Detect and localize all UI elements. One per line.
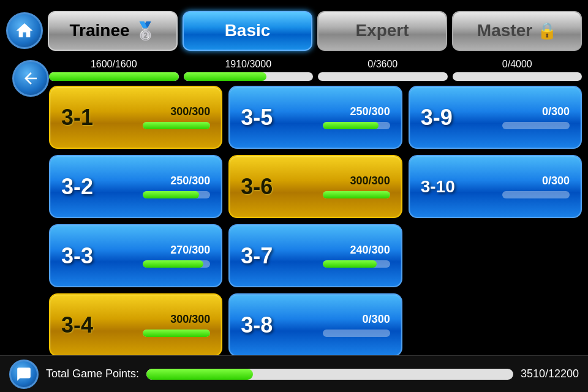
- level-label-3-7: 3-7: [241, 243, 290, 269]
- home-icon: [15, 21, 34, 40]
- score-3-8: 0/300: [363, 313, 390, 326]
- progress-master: 0/4000: [453, 59, 582, 81]
- bar-bg-3-8: [323, 330, 390, 337]
- card-right-3-4: 300/300: [143, 313, 210, 337]
- level-card-3-9[interactable]: 3-9 0/300: [409, 86, 582, 149]
- trainee-label: Trainee: [69, 21, 129, 40]
- bar-bg-3-10: [502, 191, 570, 198]
- expert-label: Expert: [355, 21, 409, 40]
- level-label-3-4: 3-4: [61, 312, 110, 338]
- level-card-3-6[interactable]: 3-6 300/300: [228, 155, 402, 218]
- level-card-3-10[interactable]: 3-10 0/300: [409, 155, 582, 218]
- card-right-3-5: 250/300: [323, 105, 390, 129]
- chat-button[interactable]: [9, 360, 39, 389]
- progress-expert: 0/3600: [318, 59, 448, 81]
- total-bar-bg: [146, 369, 513, 380]
- progress-trainee: 1600/1600: [49, 59, 179, 81]
- level-label-3-3: 3-3: [61, 243, 110, 269]
- medal-icon: 🥈: [135, 21, 156, 41]
- prog-basic-label: 1910/3000: [225, 59, 271, 70]
- back-icon: [21, 69, 40, 88]
- bar-bg-3-2: [143, 191, 210, 198]
- bar-fill-3-7: [323, 260, 377, 268]
- score-3-4: 300/300: [170, 313, 210, 326]
- score-3-1: 300/300: [170, 105, 210, 118]
- card-right-3-9: 0/300: [502, 105, 570, 129]
- tab-basic[interactable]: Basic: [183, 11, 312, 51]
- chat-icon: [16, 366, 32, 382]
- levels-grid: 3-1 300/300 3-5 250/300 3-9 0/300: [49, 86, 582, 356]
- progress-row: 1600/1600 1910/3000 0/3600 0/4000: [0, 55, 588, 81]
- level-label-3-1: 3-1: [61, 105, 110, 130]
- level-label-3-5: 3-5: [241, 105, 290, 130]
- level-label-3-6: 3-6: [241, 174, 290, 200]
- levels-grid-wrapper: 3-1 300/300 3-5 250/300 3-9 0/300: [0, 81, 588, 356]
- progress-basic: 1910/3000: [184, 59, 314, 81]
- total-score-value: 3510/12200: [521, 368, 579, 380]
- total-bar-fill: [146, 369, 253, 380]
- score-3-3: 270/300: [170, 244, 210, 257]
- score-3-9: 0/300: [542, 105, 570, 118]
- score-3-6: 300/300: [350, 175, 390, 187]
- level-card-3-1[interactable]: 3-1 300/300: [49, 86, 222, 149]
- card-right-3-1: 300/300: [143, 105, 210, 129]
- level-card-3-4[interactable]: 3-4 300/300: [49, 293, 222, 356]
- prog-trainee-label: 1600/1600: [91, 59, 137, 70]
- empty-cell-row3: [409, 224, 582, 287]
- card-right-3-8: 0/300: [323, 313, 390, 337]
- score-3-5: 250/300: [350, 105, 390, 118]
- bar-bg-3-9: [502, 122, 570, 129]
- top-nav: Trainee 🥈 Basic Expert Master 🔒: [0, 0, 588, 55]
- level-label-3-10: 3-10: [421, 177, 470, 197]
- bar-fill-3-3: [143, 260, 203, 268]
- level-card-3-8[interactable]: 3-8 0/300: [228, 293, 402, 356]
- empty-cell-row4: [409, 293, 582, 356]
- bar-bg-3-4: [143, 330, 210, 337]
- card-right-3-3: 270/300: [143, 244, 210, 268]
- prog-basic-bg: [184, 72, 314, 81]
- score-3-2: 250/300: [170, 175, 210, 187]
- back-button[interactable]: [12, 60, 49, 97]
- prog-master-bg: [453, 72, 582, 81]
- bar-bg-3-3: [143, 260, 210, 268]
- tab-expert[interactable]: Expert: [317, 11, 447, 51]
- bar-fill-3-6: [323, 191, 390, 198]
- level-label-3-9: 3-9: [421, 105, 470, 130]
- bar-bg-3-6: [323, 191, 390, 198]
- total-game-points-label: Total Game Points:: [46, 368, 139, 380]
- left-col: [6, 55, 49, 97]
- score-3-10: 0/300: [542, 175, 570, 187]
- prog-trainee-bg: [49, 72, 179, 81]
- card-right-3-7: 240/300: [323, 244, 390, 268]
- score-3-7: 240/300: [350, 244, 390, 257]
- tab-trainee[interactable]: Trainee 🥈: [48, 11, 178, 51]
- level-label-3-2: 3-2: [61, 174, 110, 200]
- level-card-3-5[interactable]: 3-5 250/300: [228, 86, 402, 149]
- level-card-3-2[interactable]: 3-2 250/300: [49, 155, 222, 218]
- bar-fill-3-1: [143, 122, 210, 129]
- bar-fill-3-4: [143, 330, 210, 337]
- bottom-bar: Total Game Points: 3510/12200: [0, 355, 588, 392]
- bar-fill-3-5: [323, 122, 379, 129]
- tab-master[interactable]: Master 🔒: [452, 11, 582, 51]
- basic-label: Basic: [225, 21, 271, 40]
- prog-basic-fill: [184, 72, 266, 81]
- card-right-3-10: 0/300: [502, 175, 570, 198]
- prog-expert-bg: [318, 72, 448, 81]
- level-label-3-8: 3-8: [241, 312, 290, 338]
- bar-bg-3-1: [143, 122, 210, 129]
- home-button[interactable]: [6, 12, 43, 49]
- lock-icon: 🔒: [537, 21, 557, 40]
- bar-fill-3-2: [143, 191, 198, 198]
- level-card-3-7[interactable]: 3-7 240/300: [228, 224, 402, 287]
- prog-trainee-fill: [49, 72, 179, 81]
- bar-bg-3-5: [323, 122, 390, 129]
- bar-bg-3-7: [323, 260, 390, 268]
- card-right-3-6: 300/300: [323, 175, 390, 198]
- master-label: Master: [477, 21, 532, 40]
- prog-master-label: 0/4000: [502, 59, 532, 70]
- prog-expert-label: 0/3600: [368, 59, 398, 70]
- level-card-3-3[interactable]: 3-3 270/300: [49, 224, 222, 287]
- card-right-3-2: 250/300: [143, 175, 210, 198]
